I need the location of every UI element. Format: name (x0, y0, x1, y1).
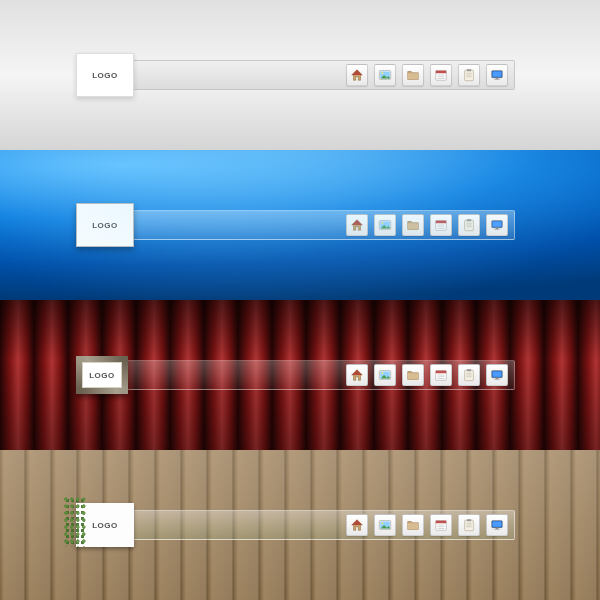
nav-notes[interactable] (458, 364, 480, 386)
logo-card[interactable]: LOGO (76, 53, 134, 97)
logo-card[interactable]: LOGO (76, 203, 134, 247)
home-icon (350, 218, 364, 232)
nav-home[interactable] (346, 214, 368, 236)
home-icon (350, 518, 364, 532)
calendar-icon (434, 518, 448, 532)
nav-desktop[interactable] (486, 214, 508, 236)
navbar: LOGO (85, 360, 515, 390)
home-icon (350, 368, 364, 382)
monitor-icon (490, 368, 504, 382)
monitor-icon (490, 218, 504, 232)
nav-home[interactable] (346, 364, 368, 386)
clipboard-icon (462, 68, 476, 82)
photo-icon (378, 218, 392, 232)
nav-calendar[interactable] (430, 64, 452, 86)
logo-text: LOGO (92, 221, 118, 230)
logo-text: LOGO (89, 371, 115, 380)
nav-folder[interactable] (402, 214, 424, 236)
folder-icon (406, 368, 420, 382)
logo-text: LOGO (92, 71, 118, 80)
showcase-panel-light: LOGO (0, 0, 600, 150)
navbar: LOGO (85, 510, 515, 540)
nav-calendar[interactable] (430, 514, 452, 536)
calendar-icon (434, 218, 448, 232)
showcase-panel-curtain: LOGO (0, 300, 600, 450)
nav-folder[interactable] (402, 64, 424, 86)
logo-text: LOGO (92, 521, 118, 530)
logo-card[interactable]: LOGO (76, 356, 128, 394)
nav-photo[interactable] (374, 64, 396, 86)
showcase-panel-blue: LOGO (0, 150, 600, 300)
showcase-panel-wood: LOGO (0, 450, 600, 600)
calendar-icon (434, 368, 448, 382)
nav-calendar[interactable] (430, 214, 452, 236)
nav-notes[interactable] (458, 214, 480, 236)
nav-notes[interactable] (458, 514, 480, 536)
nav-calendar[interactable] (430, 364, 452, 386)
nav-home[interactable] (346, 64, 368, 86)
nav-desktop[interactable] (486, 64, 508, 86)
nav-folder[interactable] (402, 514, 424, 536)
logo-card[interactable]: LOGO (76, 503, 134, 547)
navbar: LOGO (85, 60, 515, 90)
clipboard-icon (462, 218, 476, 232)
nav-photo[interactable] (374, 364, 396, 386)
nav-folder[interactable] (402, 364, 424, 386)
photo-icon (378, 68, 392, 82)
nav-home[interactable] (346, 514, 368, 536)
nav-desktop[interactable] (486, 364, 508, 386)
navbar: LOGO (85, 210, 515, 240)
home-icon (350, 68, 364, 82)
clipboard-icon (462, 368, 476, 382)
nav-notes[interactable] (458, 64, 480, 86)
monitor-icon (490, 518, 504, 532)
nav-desktop[interactable] (486, 514, 508, 536)
monitor-icon (490, 68, 504, 82)
photo-icon (378, 368, 392, 382)
nav-photo[interactable] (374, 214, 396, 236)
folder-icon (406, 68, 420, 82)
nav-photo[interactable] (374, 514, 396, 536)
folder-icon (406, 218, 420, 232)
photo-icon (378, 518, 392, 532)
folder-icon (406, 518, 420, 532)
clipboard-icon (462, 518, 476, 532)
calendar-icon (434, 68, 448, 82)
